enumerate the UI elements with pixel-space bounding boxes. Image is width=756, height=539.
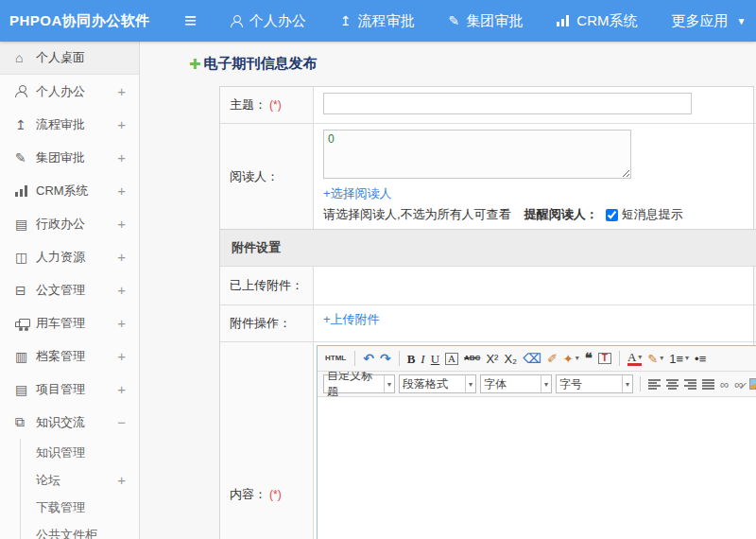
top-nav: 个人办公↥流程审批✎集团审批CRM系统更多应用▼ (231, 12, 747, 30)
caret-down-icon: ▾ (622, 375, 629, 392)
html-source-button[interactable]: HTML (324, 354, 347, 363)
menu-toggle-icon[interactable]: ≡ (184, 10, 197, 31)
strikethrough-button[interactable]: ABC (464, 355, 480, 362)
sidebar-subitem-public-cabinet-label: 公共文件柜 (36, 527, 126, 539)
sidebar-subitem-forum-label: 论坛 (36, 472, 117, 489)
expand-icon[interactable]: + (117, 381, 126, 397)
highlight-color-button[interactable]: ✎▾ (647, 353, 663, 365)
sidebar-item-archive-mgmt[interactable]: ▥档案管理+ (0, 339, 139, 373)
sidebar-subitem-download-mgmt[interactable]: 下载管理 (0, 494, 139, 521)
upload-attachment-link[interactable]: +上传附件 (323, 311, 380, 328)
sidebar-item-project-mgmt[interactable]: ▤项目管理+ (0, 373, 139, 406)
expand-icon[interactable]: + (117, 472, 126, 488)
sidebar-subitem-knowledge-mgmt[interactable]: 知识管理 (0, 439, 139, 466)
nav-more-apps-label: 更多应用 (671, 12, 728, 30)
nav-group-approval-label: 集团审批 (466, 12, 523, 30)
sidebar-item-document-mgmt[interactable]: ⊟公文管理+ (0, 273, 139, 306)
sidebar-item-vehicle-mgmt[interactable]: 用车管理+ (0, 306, 139, 339)
nav-personal-office[interactable]: 个人办公 (231, 12, 306, 30)
plus-icon: ✚ (189, 56, 201, 73)
format-painter-button[interactable]: ✐ (547, 353, 558, 365)
app-title: PHPOA协同办公软件 (0, 12, 184, 30)
sidebar-item-knowledge-exchange[interactable]: ⧉知识交流− (0, 406, 139, 439)
sidebar-item-crm-system[interactable]: CRM系统+ (0, 174, 139, 207)
align-right-button[interactable] (684, 379, 696, 390)
sms-remind-checkbox[interactable] (606, 209, 618, 221)
nav-more-apps[interactable]: 更多应用▼ (671, 12, 746, 30)
main-content: ✚ 电子期刊信息发布 主题： (*) 阅读人： 0 +选择阅读人 (140, 42, 756, 539)
blockquote-button[interactable]: ❝ (585, 352, 593, 366)
italic-button[interactable]: I (421, 353, 424, 365)
sidebar-item-personal-office[interactable]: 个人办公+ (0, 75, 139, 108)
sidebar-item-group-approval-label: 集团审批 (36, 149, 117, 166)
caret-down-icon: ▾ (465, 375, 472, 392)
folder-icon: ⊟ (15, 283, 36, 298)
caret-down-icon: ▾ (660, 355, 663, 362)
nav-crm-system[interactable]: CRM系统 (557, 12, 637, 30)
sidebar-subitem-public-cabinet[interactable]: 公共文件柜 (0, 521, 139, 539)
person-icon (15, 85, 36, 97)
workflow-icon: ↥ (340, 14, 352, 27)
custom-title-select[interactable]: 自定义标题▾ (323, 374, 395, 393)
readers-textarea[interactable]: 0 (323, 130, 631, 179)
eraser-button[interactable]: ⌫ (523, 352, 541, 365)
subject-label: 主题： (*) (220, 87, 314, 123)
unordered-list-button[interactable]: •≡ (695, 353, 706, 365)
uploaded-attachments-value (314, 266, 756, 304)
superscript-button[interactable]: X² (486, 353, 498, 365)
editor-content-area[interactable] (318, 397, 756, 539)
sidebar-item-hr[interactable]: ◫人力资源+ (0, 240, 139, 273)
autotypeset-button[interactable]: ✦▾ (563, 353, 579, 365)
page-title: 电子期刊信息发布 (204, 55, 318, 73)
insert-image-button[interactable] (749, 378, 756, 390)
bar-chart-icon (557, 15, 570, 26)
align-left-button[interactable] (648, 379, 661, 390)
font-color-button[interactable]: A▾ (627, 351, 642, 366)
ordered-list-button[interactable]: 1≡▾ (669, 353, 689, 365)
font-size-select[interactable]: 字号▾ (556, 374, 633, 393)
paragraph-format-select[interactable]: 段落格式▾ (399, 374, 476, 393)
select-readers-link[interactable]: +选择阅读人 (323, 185, 392, 202)
nav-group-approval[interactable]: ✎集团审批 (449, 12, 524, 30)
expand-icon[interactable]: + (117, 315, 126, 331)
font-family-select[interactable]: 字体▾ (480, 374, 552, 393)
sidebar-item-workflow-approval[interactable]: ↥流程审批+ (0, 108, 139, 141)
unlink-button[interactable]: ∞̷ (734, 378, 743, 391)
align-center-button[interactable] (666, 379, 679, 390)
redo-button[interactable]: ↷ (380, 352, 391, 365)
subject-input[interactable] (323, 93, 692, 114)
expand-icon[interactable]: + (117, 216, 126, 232)
expand-icon[interactable]: + (117, 116, 126, 132)
briefcase-icon: ▤ (15, 217, 36, 232)
underline-button[interactable]: U (431, 353, 439, 365)
font-border-button[interactable]: A (445, 353, 458, 365)
expand-icon[interactable]: + (117, 149, 126, 165)
expand-icon[interactable]: + (117, 83, 126, 99)
subscript-button[interactable]: X₂ (504, 353, 517, 365)
top-header: PHPOA协同办公软件 ≡ 个人办公↥流程审批✎集团审批CRM系统更多应用▼ (0, 0, 756, 42)
nav-workflow-approval[interactable]: ↥流程审批 (340, 12, 415, 30)
sidebar-item-archive-mgmt-label: 档案管理 (36, 348, 117, 365)
sidebar-item-admin-office[interactable]: ▤行政办公+ (0, 207, 139, 240)
toolbar-separator (399, 351, 400, 366)
collapse-icon[interactable]: − (117, 414, 126, 430)
bold-button[interactable]: B (407, 353, 416, 365)
edit-icon: ✎ (15, 150, 36, 165)
rich-text-editor: HTML↶↷BIUAABCX²X₂⌫✐✦▾❝TA▾✎▾1≡▾•≡ 自定义标题▾段… (317, 345, 756, 539)
undo-button[interactable]: ↶ (363, 352, 374, 365)
toolbar-separator (619, 351, 620, 366)
content-label: 内容： (*) (220, 341, 314, 539)
sidebar-item-group-approval[interactable]: ✎集团审批+ (0, 141, 139, 174)
expand-icon[interactable]: + (117, 282, 126, 298)
expand-icon[interactable]: + (117, 249, 126, 265)
font-size-select-value: 字号 (559, 376, 582, 392)
sidebar-item-desktop[interactable]: ⌂个人桌面 (0, 42, 139, 75)
paste-as-text-button[interactable]: T (598, 353, 611, 364)
link-button[interactable]: ∞ (720, 378, 729, 391)
sidebar-subitem-forum[interactable]: 论坛+ (0, 466, 139, 494)
sidebar-item-crm-system-label: CRM系统 (36, 183, 117, 200)
expand-icon[interactable]: + (117, 183, 126, 199)
required-mark: (*) (269, 98, 282, 112)
expand-icon[interactable]: + (117, 348, 126, 364)
align-justify-button[interactable] (702, 379, 714, 390)
